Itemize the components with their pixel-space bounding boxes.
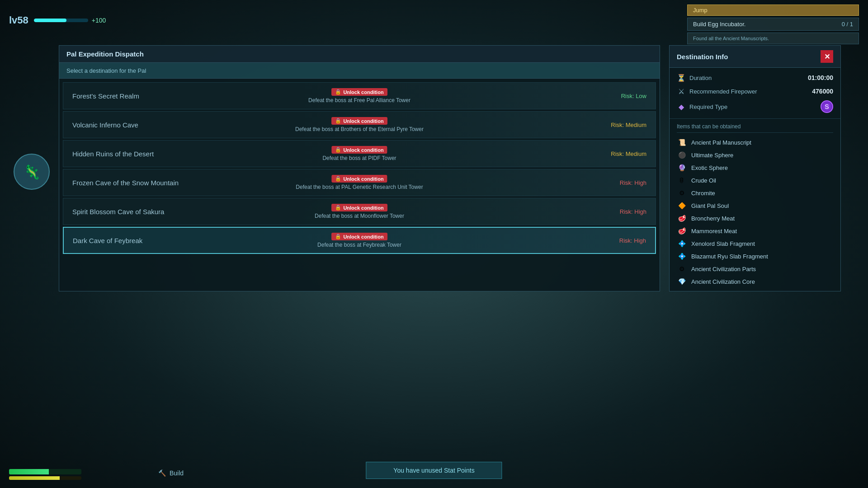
items-section: Items that can be obtained 📜Ancient Pal … (670, 119, 840, 291)
unlock-badge: 🔒 Unlock condition (331, 146, 387, 154)
item-icon: ⚫ (677, 150, 687, 160)
unlock-badge: 🔒 Unlock condition (331, 233, 387, 240)
item-name: Broncherry Meat (691, 215, 735, 222)
destination-item[interactable]: Hidden Ruins of the Desert🔒 Unlock condi… (63, 140, 656, 167)
bottom-hud: 🔨 Build (0, 452, 868, 488)
corner-br (651, 249, 656, 254)
item-row: 📜Ancient Pal Manuscript (677, 137, 833, 147)
destination-name: Frozen Cave of the Snow Mountain (72, 179, 179, 187)
quest-tracker: Jump Build Egg Incubator. 0 / 1 Found al… (687, 5, 859, 44)
type-label: Required Type (689, 103, 727, 110)
quest-sub-item: Found all the Ancient Manuscripts. (687, 33, 859, 44)
item-icon: 🔶 (677, 201, 687, 211)
item-icon: 💠 (677, 251, 687, 261)
firepower-row: ⚔ Recommended Firepower 476000 (677, 87, 833, 96)
item-name: Xenolord Slab Fragment (691, 240, 755, 247)
sp-bar (9, 476, 81, 480)
item-row: ⚙Ancient Civilization Parts (677, 264, 833, 274)
panels-container: Pal Expedition Dispatch Select a destina… (59, 45, 841, 291)
build-icon: 🔨 (158, 469, 166, 477)
info-stats: ⏳ Duration 01:00:00 ⚔ Recommended Firepo… (670, 68, 840, 119)
destination-center: 🔒 Unlock conditionDefeat the boss at Fre… (308, 88, 410, 103)
firepower-label: Recommended Firepower (689, 88, 757, 95)
info-header: Destination Info ✕ (670, 46, 840, 68)
expedition-header: Pal Expedition Dispatch (59, 46, 660, 63)
corner-tr (651, 227, 656, 232)
corner-tl (63, 227, 68, 232)
destination-center: 🔒 Unlock conditionDefeat the boss at Bro… (295, 117, 424, 132)
destination-item[interactable]: Frozen Cave of the Snow Mountain🔒 Unlock… (63, 169, 656, 196)
expedition-subtitle-bar: Select a destination for the Pal (59, 63, 660, 79)
pal-icon: 🦎 (14, 154, 50, 190)
quest-sub-text: Found all the Ancient Manuscripts. (693, 36, 769, 41)
level-bar (34, 19, 88, 22)
item-icon: 🥩 (677, 226, 687, 236)
destination-item[interactable]: Forest's Secret Realm🔒 Unlock conditionD… (63, 82, 656, 109)
item-row: 🛢Crude Oil (677, 175, 833, 185)
destination-name: Dark Cave of Feybreak (73, 237, 142, 244)
quest-label-bar: Jump (687, 5, 859, 16)
item-name: Ancient Civilization Parts (691, 266, 756, 272)
lock-icon: 🔒 (335, 234, 341, 239)
build-label: Build (170, 469, 184, 477)
destination-name: Volcanic Inferno Cave (72, 121, 138, 129)
unlock-badge: 🔒 Unlock condition (331, 175, 387, 183)
quest-main-text: Build Egg Incubator. (693, 21, 745, 28)
risk-label: Risk: Low (621, 93, 646, 99)
expedition-panel: Pal Expedition Dispatch Select a destina… (59, 45, 660, 291)
destination-item[interactable]: Spirit Blossom Cave of Sakura🔒 Unlock co… (63, 198, 656, 225)
item-list: 📜Ancient Pal Manuscript⚫Ultimate Sphere🔮… (677, 137, 833, 286)
risk-label: Risk: Medium (611, 150, 646, 157)
lock-icon: 🔒 (335, 176, 341, 182)
level-badge: lv58 +100 (9, 14, 106, 26)
unlock-badge: 🔒 Unlock condition (331, 204, 387, 211)
item-name: Ancient Civilization Core (691, 278, 755, 285)
item-icon: 📜 (677, 137, 687, 147)
hp-bar (9, 469, 81, 474)
unlock-badge: 🔒 Unlock condition (331, 117, 387, 125)
sp-fill (9, 476, 60, 480)
duration-value: 01:00:00 (808, 74, 833, 81)
item-icon: 🛢 (677, 175, 687, 185)
risk-label: Risk: Medium (611, 122, 646, 128)
item-name: Mammorest Meat (691, 228, 737, 235)
item-name: Crude Oil (691, 177, 716, 184)
level-bar-fill (34, 19, 66, 22)
unlock-condition-text: Defeat the boss at Free Pal Alliance Tow… (308, 97, 410, 103)
item-name: Ancient Pal Manuscript (691, 139, 751, 146)
type-icon: ◆ (677, 102, 686, 111)
item-row: 💠Xenolord Slab Fragment (677, 239, 833, 249)
corner-bl (63, 249, 68, 254)
hp-fill (9, 469, 49, 474)
lock-icon: 🔒 (335, 205, 341, 211)
firepower-icon: ⚔ (677, 87, 686, 96)
item-icon: 🔮 (677, 163, 687, 173)
item-row: 🔮Exotic Sphere (677, 163, 833, 173)
health-bars (9, 469, 81, 480)
item-icon: ⚙ (677, 188, 687, 198)
unlock-condition-text: Defeat the boss at PAL Genetic Research … (296, 184, 423, 190)
destination-center: 🔒 Unlock conditionDefeat the boss at PAL… (296, 175, 423, 190)
destination-center: 🔒 Unlock conditionDefeat the boss at PID… (322, 146, 396, 161)
risk-label: Risk: High (619, 237, 646, 244)
quest-main-item: Build Egg Incubator. 0 / 1 (687, 18, 859, 31)
item-row: 💠Blazamut Ryu Slab Fragment (677, 251, 833, 261)
item-row: 🥩Broncherry Meat (677, 213, 833, 223)
unlock-condition-text: Defeat the boss at Feybreak Tower (317, 242, 401, 248)
destination-item[interactable]: Dark Cave of Feybreak🔒 Unlock conditionD… (63, 227, 656, 254)
destination-item[interactable]: Volcanic Inferno Cave🔒 Unlock conditionD… (63, 111, 656, 138)
item-name: Blazamut Ryu Slab Fragment (691, 253, 768, 260)
item-name: Exotic Sphere (691, 164, 728, 171)
close-button[interactable]: ✕ (821, 50, 833, 63)
unlock-condition-text: Defeat the boss at PIDF Tower (322, 155, 396, 161)
item-name: Giant Pal Soul (691, 202, 729, 209)
item-icon: 💎 (677, 277, 687, 286)
item-icon: ⚙ (677, 264, 687, 274)
build-button[interactable]: 🔨 Build (158, 469, 184, 477)
items-header: Items that can be obtained (677, 123, 833, 133)
firepower-value: 476000 (812, 88, 833, 95)
destination-list: Forest's Secret Realm🔒 Unlock conditionD… (59, 79, 660, 258)
level-display: lv58 (9, 14, 28, 26)
destination-center: 🔒 Unlock conditionDefeat the boss at Moo… (315, 204, 404, 219)
lock-icon: 🔒 (335, 147, 341, 153)
